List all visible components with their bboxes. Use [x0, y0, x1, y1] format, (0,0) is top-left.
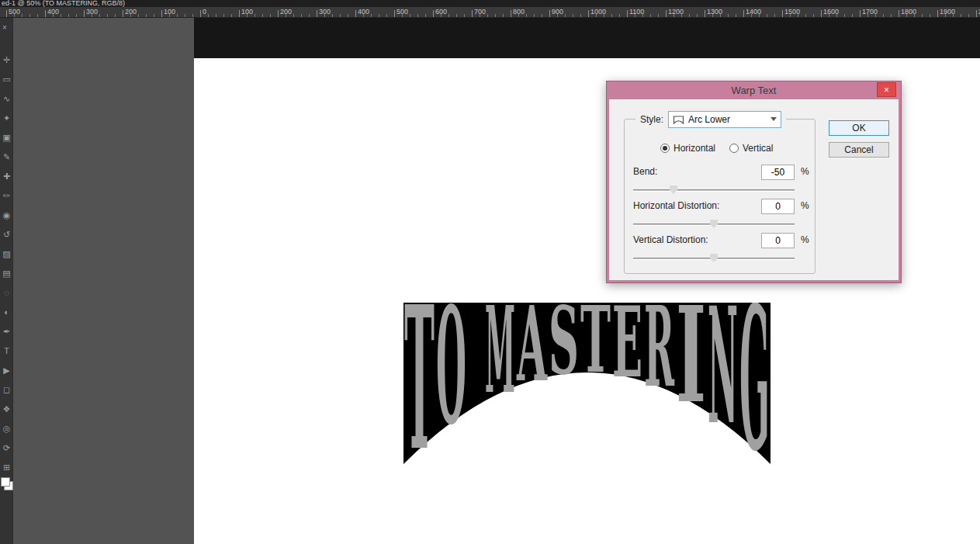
eraser-tool[interactable]: ▨	[0, 246, 13, 262]
pen-tool[interactable]: ✒	[0, 324, 13, 339]
style-dropdown[interactable]: Arc Lower	[668, 111, 781, 128]
vertical-distortion-label: Vertical Distortion:	[633, 234, 708, 245]
ruler-label: 1300	[705, 8, 722, 16]
ruler-label: 2000	[976, 8, 980, 16]
ruler-label: 1200	[666, 8, 684, 16]
ruler-label: 900	[549, 8, 563, 16]
svg-text:S: S	[549, 303, 579, 395]
ruler-label: 800	[511, 8, 525, 16]
style-row: Style: Arc Lower	[635, 110, 786, 128]
frame-tool[interactable]: ⊞	[0, 459, 13, 475]
healing-brush-tool[interactable]: ✚	[0, 168, 13, 184]
photoshop-window: ed-1 @ 50% (TO MASTERING, RGB/8) 5004003…	[0, 0, 980, 544]
chevron-down-icon	[770, 117, 777, 121]
eyedropper-tool[interactable]: ✎	[0, 149, 13, 165]
history-brush-tool[interactable]: ↺	[0, 227, 13, 242]
bend-slider-track	[633, 189, 795, 192]
ruler-label: 400	[45, 8, 59, 16]
warp-options-groupbox	[624, 119, 816, 274]
svg-text:I: I	[676, 303, 706, 432]
cancel-button[interactable]: Cancel	[829, 142, 889, 158]
lasso-tool[interactable]: ∿	[0, 91, 13, 106]
horizontal-distortion-label: Horizontal Distortion:	[633, 200, 719, 211]
orientation-radio-group: Horizontal Vertical	[660, 143, 773, 154]
ruler-label: 100	[161, 8, 175, 16]
ruler-label: 0	[200, 8, 206, 16]
radio-horizontal-label: Horizontal	[674, 143, 715, 154]
bend-label: Bend:	[633, 166, 657, 177]
ruler-label: 1600	[821, 8, 839, 16]
vertical-distortion-slider-thumb[interactable]	[710, 254, 718, 262]
ruler-label: 300	[84, 8, 98, 16]
radio-horizontal[interactable]: Horizontal	[660, 143, 715, 154]
ruler-label: 100	[239, 8, 253, 16]
document-title: ed-1 @ 50% (TO MASTERING, RGB/8)	[2, 0, 125, 7]
ruler-label: 400	[355, 8, 369, 16]
svg-text:A: A	[517, 303, 548, 404]
vertical-distortion-input[interactable]	[761, 233, 795, 248]
shape-tool[interactable]: ◻	[0, 382, 13, 397]
hand-tool[interactable]: ❖	[0, 401, 13, 417]
dialog-titlebar[interactable]: Warp Text ×	[607, 81, 901, 99]
path-selection-tool[interactable]: ▶	[0, 362, 13, 378]
ruler-label: 500	[394, 8, 408, 16]
close-button[interactable]: ×	[877, 82, 896, 97]
dialog-title: Warp Text	[607, 81, 901, 99]
ruler-label: 600	[433, 8, 447, 16]
crop-tool[interactable]: ▣	[0, 130, 13, 145]
ok-button[interactable]: OK	[829, 120, 889, 136]
style-value: Arc Lower	[688, 114, 770, 125]
warp-text-dialog: Warp Text × Style: Arc Lower Horizontal	[606, 81, 902, 283]
ruler-label: 1700	[860, 8, 878, 16]
dodge-tool[interactable]: ◐	[0, 304, 13, 320]
warp-letters: TOMASTERING	[404, 303, 770, 464]
horizontal-distortion-input[interactable]	[761, 199, 795, 214]
horizontal-ruler: 5004003002001000100200300400500600700800…	[0, 7, 980, 18]
svg-text:T: T	[580, 303, 611, 393]
svg-text:E: E	[612, 303, 642, 400]
bend-slider[interactable]	[633, 185, 795, 195]
radio-vertical-label: Vertical	[743, 143, 773, 154]
ruler-label: 1800	[899, 8, 916, 16]
pasteboard-left	[14, 18, 194, 544]
close-panel-icon[interactable]: ×	[2, 23, 7, 32]
foreground-color-swatch[interactable]	[1, 477, 10, 487]
svg-text:G: G	[739, 303, 770, 464]
horizontal-distortion-slider-thumb[interactable]	[710, 220, 718, 228]
zoom-tool[interactable]: ◎	[0, 421, 13, 436]
horizontal-distortion-unit: %	[801, 200, 809, 211]
radio-vertical[interactable]: Vertical	[729, 143, 773, 154]
ruler-label: 1000	[588, 8, 606, 16]
bend-input[interactable]	[761, 165, 795, 180]
ruler-label: 1500	[782, 8, 800, 16]
warp-art-svg: TOMASTERING	[403, 303, 770, 464]
horizontal-distortion-slider[interactable]	[633, 219, 795, 229]
bend-slider-thumb[interactable]	[670, 185, 677, 194]
move-tool[interactable]: ✛	[0, 52, 13, 68]
ruler-label: 1900	[937, 8, 955, 16]
vertical-distortion-slider[interactable]	[633, 253, 795, 263]
close-icon: ×	[884, 85, 889, 95]
marquee-tool[interactable]: ▭	[0, 71, 13, 87]
svg-text:T: T	[404, 303, 435, 464]
svg-text:O: O	[436, 303, 466, 459]
blur-tool[interactable]: ◌	[0, 285, 13, 300]
gradient-tool[interactable]: ▤	[0, 265, 13, 281]
ruler-label: 1100	[627, 8, 644, 16]
brush-tool[interactable]: ✏	[0, 188, 13, 203]
type-tool[interactable]: T	[0, 343, 13, 359]
dialog-body: Style: Arc Lower Horizontal Vertical	[609, 99, 899, 280]
arc-lower-style-icon	[673, 114, 684, 124]
tools-panel: × ✛▭∿✦▣✎✚✏◉↺▨▤◌◐✒T▶◻❖◎⟳⊞	[0, 18, 13, 544]
ruler-label: 500	[6, 8, 20, 16]
ruler-label: 200	[278, 8, 292, 16]
ruler-label: 300	[317, 8, 331, 16]
ruler-label: 1400	[743, 8, 761, 16]
style-label: Style:	[640, 114, 663, 125]
radio-horizontal-dot	[660, 144, 670, 153]
svg-text:N: N	[708, 303, 738, 459]
clone-stamp-tool[interactable]: ◉	[0, 207, 13, 223]
ruler-label: 200	[123, 8, 137, 16]
quick-selection-tool[interactable]: ✦	[0, 110, 13, 126]
rotate-view-tool[interactable]: ⟳	[0, 440, 13, 456]
